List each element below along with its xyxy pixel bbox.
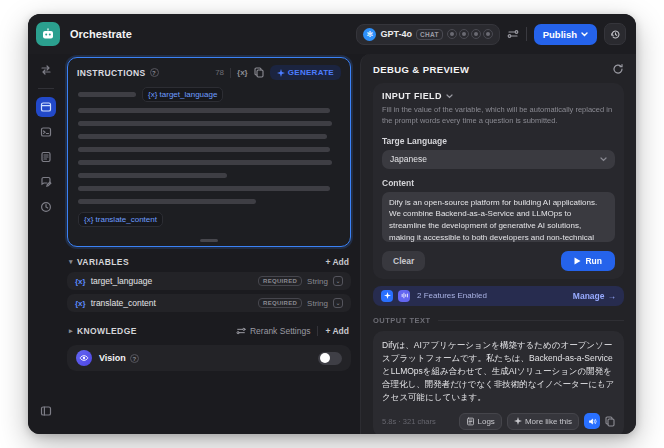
orchestrate-icon [40,101,52,113]
manage-features-button[interactable]: Manage → [573,291,616,301]
topbar-divider [526,27,527,41]
desktop-background: Orchestrate ✻ GPT-4o CHAT [0,0,664,448]
variable-settings-icon[interactable]: ⌄ [333,276,343,286]
output-card: Difyは、AIアプリケーションを構築するためのオープンソースプラットフォームで… [373,331,624,434]
add-variable-button[interactable]: + Add [325,257,349,267]
logs-icon [40,151,52,163]
vision-feature-card: Vision ? [67,345,351,371]
instructions-title: INSTRUCTIONS [77,68,146,78]
copy-prompt-icon[interactable] [254,67,264,78]
redacted-text-line [78,108,330,113]
copy-output-icon[interactable] [605,416,615,427]
output-stats: 5.8s · 321 chars [382,417,436,426]
feature-icon-1 [381,290,393,302]
annotation-icon [40,176,52,188]
clear-button[interactable]: Clear [382,251,425,271]
publish-button[interactable]: Publish [534,24,597,45]
rerank-settings-button[interactable]: Rerank Settings [236,326,310,336]
redacted-text-line [78,121,332,126]
sidebar-item-switch[interactable] [36,60,56,80]
add-knowledge-button[interactable]: + Add [325,326,349,336]
redacted-text-line [78,92,136,97]
sidebar-item-orchestrate[interactable] [36,97,56,117]
panel-resize-handle[interactable] [200,239,218,242]
knowledge-header: ▸ KNOWLEDGE Rerank Settings + Add [69,326,349,336]
instructions-panel[interactable]: INSTRUCTIONS ? 78 {x} [67,57,351,247]
variables-collapse-toggle[interactable]: ▾ VARIABLES [69,257,129,267]
features-enabled-label: 2 Features Enabled [417,291,487,300]
arrow-right-icon: → [608,291,617,301]
knowledge-collapse-toggle[interactable]: ▸ KNOWLEDGE [69,326,137,336]
variable-row-translate-content[interactable]: {x} translate_content REQUIRED String ⌄ [67,294,351,312]
generate-button[interactable]: GENERATE [270,65,341,80]
sparkle-icon [277,69,285,77]
input-field-description: Fill in the value of the variable, which… [382,105,615,127]
left-sidebar [28,54,64,434]
app-robot-icon[interactable] [36,22,60,46]
text-to-speech-button[interactable] [584,413,600,429]
version-history-button[interactable] [604,23,626,45]
capability-icon-1 [447,29,457,39]
redacted-text-line [78,199,256,204]
logs-icon [466,417,475,426]
chevron-down-icon: ▾ [69,258,73,266]
sidebar-item-monitoring[interactable] [36,197,56,217]
variable-type: String [307,277,328,286]
char-count: 78 [215,68,224,77]
collapse-sidebar-button[interactable] [36,401,56,421]
sidebar-item-api[interactable] [36,122,56,142]
page-title: Orchestrate [70,28,132,40]
required-badge: REQUIRED [258,298,302,308]
capability-icon-2 [459,29,469,39]
variable-row-target-language[interactable]: {x} target_language REQUIRED String ⌄ [67,272,351,290]
sidebar-item-logs[interactable] [36,147,56,167]
restart-debug-icon[interactable] [612,63,624,75]
output-text: Difyは、AIアプリケーションを構築するためのオープンソースプラットフォームで… [382,339,615,405]
run-button[interactable]: Run [561,251,615,271]
model-mode-badge: CHAT [416,29,443,40]
input-field-card: INPUT FIELD Fill in the value of the var… [373,83,624,279]
variables-header: ▾ VARIABLES + Add [69,257,349,267]
variable-chip-translate-content[interactable]: {x} translate_content [78,212,163,227]
content-label: Content [382,178,615,188]
prompt-text-area[interactable]: {x} target_language {x} translate_conten… [68,84,350,246]
model-parameters-icon[interactable] [507,28,519,40]
redacted-text-line [78,160,332,165]
logs-button[interactable]: Logs [459,413,502,430]
sparkle-icon [514,417,522,425]
variable-chip-target-language[interactable]: {x} target_language [142,87,223,102]
sidebar-divider [38,88,54,89]
debug-preview-panel: DEBUG & PREVIEW INPUT FIELD Fill in the … [360,54,636,434]
content-textarea[interactable]: Dify is an open-source platform for buil… [382,192,615,242]
redacted-text-line [78,147,330,152]
model-selector[interactable]: ✻ GPT-4o CHAT [356,24,499,45]
terminal-icon [40,126,52,138]
target-language-select[interactable]: Japanese [382,150,615,169]
play-icon [574,257,581,265]
clock-icon [40,201,52,213]
redacted-text-line [78,186,330,191]
capability-icon-4 [483,29,493,39]
chevron-down-icon [600,157,607,162]
vision-toggle[interactable] [318,352,342,365]
vision-help-icon[interactable]: ? [130,354,139,363]
sidebar-item-annotations[interactable] [36,172,56,192]
variable-x-glyph: {x} [75,277,86,286]
top-bar: Orchestrate ✻ GPT-4o CHAT [28,14,636,54]
debug-title: DEBUG & PREVIEW [373,64,469,75]
input-field-collapse-toggle[interactable]: INPUT FIELD [382,91,615,101]
panel-left-icon [40,405,52,417]
robot-icon [41,27,55,41]
instructions-help-icon[interactable]: ? [150,68,159,77]
insert-variable-icon[interactable]: {x} [237,68,248,77]
variable-type: String [307,299,328,308]
chevron-down-icon [581,32,588,37]
required-badge: REQUIRED [258,276,302,286]
variable-settings-icon[interactable]: ⌄ [333,298,343,308]
instructions-header: INSTRUCTIONS ? 78 {x} [68,58,350,84]
switch-icon [40,64,52,76]
more-like-this-button[interactable]: More like this [507,413,579,430]
vision-label: Vision [99,353,126,363]
features-enabled-bar[interactable]: 2 Features Enabled Manage → [373,286,624,306]
chevron-down-icon [446,94,453,99]
